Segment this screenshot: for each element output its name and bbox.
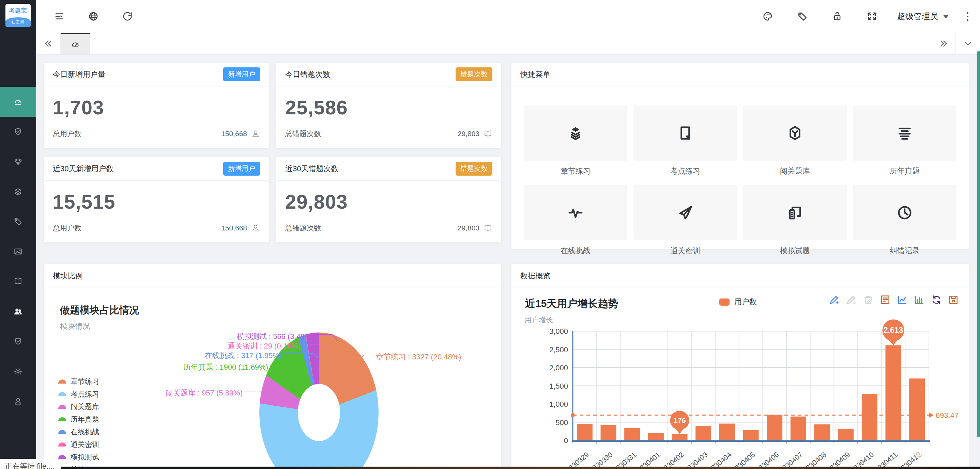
tabs-scroll-left-button[interactable] xyxy=(36,33,60,54)
tag-icon xyxy=(14,217,22,226)
theme-button[interactable] xyxy=(758,7,777,26)
svg-text:20230411: 20230411 xyxy=(870,450,899,469)
image-icon xyxy=(14,247,22,256)
quick-item-mock-exam[interactable]: 模拟试题 xyxy=(743,185,847,256)
svg-text:20230331: 20230331 xyxy=(608,450,638,469)
sidebar-item-image[interactable] xyxy=(0,236,36,266)
sidebar-item-shield[interactable] xyxy=(0,117,36,147)
refresh-button[interactable] xyxy=(118,7,137,26)
gauge-icon xyxy=(14,97,22,106)
data-overview-card: 数据概览 近15天用户增长趋势 用户数 用户增长 05001, xyxy=(511,264,969,469)
page-scrollbar[interactable] xyxy=(977,51,980,437)
quick-item-past-papers[interactable]: 历年真题 xyxy=(853,106,956,176)
person-icon xyxy=(251,129,260,138)
sidebar-item-shield-2[interactable] xyxy=(0,326,36,357)
shield-check-icon xyxy=(14,127,22,136)
pie-legend-item[interactable]: 闯关题库 xyxy=(58,403,99,410)
stat-footer-label: 总用户数 xyxy=(53,129,81,138)
book-icon xyxy=(14,277,22,286)
palette-icon xyxy=(763,11,773,21)
quick-item-online-challenge[interactable]: 在线挑战 xyxy=(524,185,627,256)
sidebar-item-layers[interactable] xyxy=(0,177,36,207)
svg-text:20230410: 20230410 xyxy=(846,450,875,469)
svg-text:1,000: 1,000 xyxy=(549,400,568,409)
stat-card-today-errors: 今日错题次数 错题次数 25,586 总错题次数 29,803 xyxy=(276,62,501,148)
quick-item-level-bank[interactable]: 闯关题库 xyxy=(743,106,847,176)
stat-footer-label: 总错题次数 xyxy=(285,223,321,233)
legend-arc-marker xyxy=(58,405,66,409)
logo-subtitle: 社工师 xyxy=(5,17,31,27)
double-chevron-left-icon xyxy=(44,39,53,48)
menu-fold-icon xyxy=(54,11,64,21)
legend-arc-marker xyxy=(58,430,66,434)
pie-legend-item[interactable]: 在线挑战 xyxy=(58,428,99,436)
svg-text:20230329: 20230329 xyxy=(561,450,590,469)
cube-icon xyxy=(787,125,803,141)
dashboard-content: 今日新增用户量 新增用户 1,703 总用户数 150,668 今日错题次数 错… xyxy=(36,54,980,469)
pie-legend-item[interactable]: 考点练习 xyxy=(58,390,99,398)
legend-arc-marker xyxy=(58,392,66,396)
book-icon xyxy=(484,129,492,138)
tag-button[interactable] xyxy=(793,7,812,26)
stat-card-today-users: 今日新增用户量 新增用户 1,703 总用户数 150,668 xyxy=(44,62,269,148)
tabs-expand-button[interactable] xyxy=(956,33,980,54)
fullscreen-button[interactable] xyxy=(862,7,881,26)
sidebar-item-tag[interactable] xyxy=(0,207,36,236)
clock-icon xyxy=(897,205,913,220)
lock-button[interactable] xyxy=(828,7,847,26)
pie-slice-label: 模拟测试 : 566 (3.48%) xyxy=(237,333,314,341)
app-logo[interactable]: 考题宝 社工师 xyxy=(5,4,31,27)
fullscreen-icon xyxy=(867,11,877,21)
user-menu[interactable]: 超级管理员 xyxy=(897,11,949,22)
stat-footer-value: 150,668 xyxy=(221,130,247,138)
stat-footer-value: 29,803 xyxy=(458,130,479,138)
svg-text:693.47: 693.47 xyxy=(936,411,959,420)
stat-footer-value: 29,803 xyxy=(458,224,479,232)
app-root: 考题宝 社工师 xyxy=(0,0,980,469)
svg-text:20230401: 20230401 xyxy=(632,450,662,469)
quick-item-error-log[interactable]: 纠错记录 xyxy=(853,185,956,256)
tabs-scroll-right-button[interactable] xyxy=(931,33,956,54)
pie-legend-item[interactable]: 章节练习 xyxy=(58,378,99,385)
menu-fold-button[interactable] xyxy=(50,7,69,26)
status-badge: 错题次数 xyxy=(456,67,492,81)
stack-icon xyxy=(568,125,583,141)
stat-footer-label: 总用户数 xyxy=(53,223,81,233)
pie-slice-label: 在线挑战 : 317 (1.95%) xyxy=(205,352,282,360)
language-button[interactable] xyxy=(84,7,103,26)
stat-card-30d-users: 近30天新增用户数 新增用户 15,515 总用户数 150,668 xyxy=(44,157,269,242)
sidebar-item-dashboard[interactable] xyxy=(0,87,36,117)
svg-text:20230408: 20230408 xyxy=(799,450,828,469)
tabbar-spacer xyxy=(90,33,931,54)
sidebar-item-book[interactable] xyxy=(0,266,36,296)
tab-dashboard[interactable] xyxy=(60,33,90,54)
chevron-down-icon xyxy=(964,39,972,48)
sidebar-item-profile[interactable] xyxy=(0,386,36,416)
stat-value: 1,703 xyxy=(44,86,269,119)
sidebar-item-gem[interactable] xyxy=(0,147,36,177)
sidebar-nav xyxy=(0,87,36,416)
gauge-icon xyxy=(71,40,80,49)
caret-down-icon xyxy=(943,15,949,18)
bar-chart[interactable]: 05001,0001,5002,0002,5003,00020230329202… xyxy=(511,264,969,469)
unlock-icon xyxy=(832,11,842,21)
pie-legend-item[interactable]: 历年真题 xyxy=(58,415,99,423)
sidebar: 考题宝 社工师 xyxy=(0,0,36,469)
legend-arc-marker xyxy=(58,379,66,383)
quick-item-keypoint-practice[interactable]: 考点练习 xyxy=(633,106,737,176)
pie-legend-item[interactable]: 通关密训 xyxy=(58,441,99,448)
sidebar-item-users[interactable] xyxy=(0,296,36,326)
donut-hole xyxy=(298,384,340,441)
shield-check-icon xyxy=(14,337,22,346)
copy-docs-icon xyxy=(787,205,803,220)
person-icon xyxy=(251,223,260,233)
quick-item-pass-training[interactable]: 通关密训 xyxy=(633,185,737,256)
pulse-icon xyxy=(568,205,583,220)
quick-item-chapter-practice[interactable]: 章节练习 xyxy=(524,106,627,176)
more-menu-button[interactable] xyxy=(965,10,970,23)
user-menu-label: 超级管理员 xyxy=(897,11,938,22)
legend-arc-marker xyxy=(58,442,66,447)
pie-legend-item[interactable]: 模拟测试 xyxy=(58,453,99,461)
browser-status-text: 正在等待 file.... xyxy=(0,459,61,469)
sidebar-item-settings[interactable] xyxy=(0,357,36,386)
